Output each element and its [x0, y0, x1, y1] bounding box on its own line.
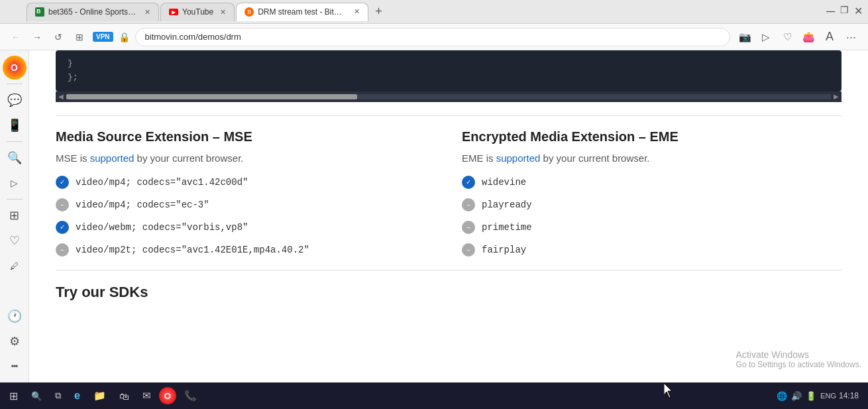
taskbar-time: 14:18: [839, 391, 864, 400]
sidebar-flow[interactable]: ▷: [3, 171, 27, 195]
sidebar-search[interactable]: 🔍: [3, 146, 27, 170]
bet365-favicon: B: [35, 7, 44, 17]
sidebar-whatsapp[interactable]: 📱: [3, 113, 27, 137]
sidebar-favorites[interactable]: ♡: [3, 229, 27, 253]
drm-3-status: –: [462, 243, 475, 257]
taskbar-phone[interactable]: 📞: [179, 385, 202, 406]
drm-item-2: – primetime: [462, 221, 841, 234]
scroll-track[interactable]: [66, 94, 831, 99]
taskbar-lang[interactable]: ENG: [820, 392, 836, 400]
taskbar-search[interactable]: 🔍: [26, 385, 47, 406]
taskbar-sys-icons: 🌐 🔊 🔋 ENG: [777, 391, 836, 401]
tab-youtube[interactable]: ▶ YouTube ✕: [160, 3, 235, 21]
taskbar-opera[interactable]: O: [159, 387, 176, 404]
mse-title: Media Source Extension – MSE: [56, 129, 435, 145]
reload-button[interactable]: ↺: [50, 29, 66, 45]
code-line-1: }: [68, 57, 830, 71]
codec-2-name: video/webm; codecs="vorbis,vp8": [76, 222, 248, 233]
wallet-icon[interactable]: 👛: [799, 28, 818, 46]
add-tab-button[interactable]: +: [370, 5, 388, 19]
codec-item-0: ✓ video/mp4; codecs="avc1.42c00d": [56, 176, 435, 189]
drm-0-status: ✓: [462, 176, 475, 189]
vpn-badge[interactable]: VPN: [93, 32, 113, 42]
drm-favicon: B: [244, 7, 254, 17]
minimize-button[interactable]: ─: [826, 5, 835, 19]
code-scrollbar[interactable]: ◀ ▶: [56, 91, 841, 102]
drm-3-name: fairplay: [482, 245, 526, 255]
tab-bet365-close[interactable]: ✕: [144, 8, 150, 17]
section-divider-2: [56, 270, 841, 270]
mse-supported-link[interactable]: supported: [90, 152, 135, 164]
tab-bar: B bet365 - Online Sports Betti... ✕ ▶ Yo…: [0, 0, 868, 24]
drm-0-name: widevine: [482, 177, 526, 188]
taskbar-explorer[interactable]: 📁: [88, 385, 111, 406]
codec-0-status: ✓: [56, 176, 69, 189]
address-bar: ← → ↺ ⊞ VPN 🔒 📷 ▷ ♡ 👛 A ⋯: [0, 24, 868, 50]
codec-item-2: ✓ video/webm; codecs="vorbis,vp8": [56, 221, 435, 234]
profile-icon[interactable]: A: [820, 28, 839, 46]
sidebar: O 💬 📱 🔍 ▷ ⊞ ♡ 🖊 🕐 ⚙ ••• +: [0, 50, 29, 409]
taskbar-battery-icon[interactable]: 🔋: [806, 391, 816, 401]
close-window-button[interactable]: ✕: [854, 5, 863, 19]
mse-desc-suffix: by your current browser.: [134, 152, 243, 164]
mse-desc-prefix: MSE is: [56, 152, 90, 164]
eme-title: Encrypted Media Extension – EME: [462, 129, 841, 145]
eme-drm-list: ✓ widevine – playready – primetime – fai…: [462, 176, 841, 257]
address-input[interactable]: [135, 28, 730, 46]
drm-1-status: –: [462, 198, 475, 211]
toolbar-icons: 📷 ▷ ♡ 👛 A ⋯: [735, 28, 860, 46]
scroll-left-arrow[interactable]: ◀: [56, 93, 66, 100]
scroll-right-arrow[interactable]: ▶: [831, 93, 841, 100]
sidebar-apps[interactable]: ⊞: [3, 204, 27, 227]
sidebar-more[interactable]: •••: [3, 355, 27, 379]
taskbar-taskview[interactable]: ⧉: [50, 385, 66, 406]
codec-3-name: video/mp2t; codecs="avc1.42E01E,mp4a.40.…: [76, 245, 309, 255]
mse-card: Media Source Extension – MSE MSE is supp…: [56, 129, 435, 257]
extension-grid: Media Source Extension – MSE MSE is supp…: [56, 129, 841, 257]
taskbar-mail[interactable]: ✉: [137, 385, 156, 406]
codec-item-3: – video/mp2t; codecs="avc1.42E01E,mp4a.4…: [56, 243, 435, 257]
try-sdks-heading: Try our SDKs: [56, 284, 841, 301]
codec-0-name: video/mp4; codecs="avc1.42c00d": [76, 177, 248, 188]
tab-bet365[interactable]: B bet365 - Online Sports Betti... ✕: [27, 3, 159, 21]
content-area[interactable]: } }; ◀ ▶ Media Source Extension – MSE MS…: [29, 50, 868, 409]
scroll-thumb[interactable]: [66, 94, 357, 99]
drm-2-status: –: [462, 221, 475, 234]
section-divider-1: [56, 115, 841, 116]
mse-support-text: MSE is supported by your current browser…: [56, 152, 435, 164]
sidebar-settings[interactable]: ⚙: [3, 329, 27, 353]
code-line-2: };: [68, 71, 830, 85]
sidebar-notifications[interactable]: 🖊: [3, 254, 27, 278]
sidebar-divider-1: [7, 84, 23, 84]
codec-1-name: video/mp4; codecs="ec-3": [76, 200, 209, 210]
taskbar: ⊞ 🔍 ⧉ e 📁 🛍 ✉ O 📞 🌐 🔊 🔋 ENG 14:18: [0, 382, 868, 409]
drm-item-1: – playready: [462, 198, 841, 211]
tab-youtube-close[interactable]: ✕: [220, 8, 226, 17]
sidebar-divider-3: [7, 199, 23, 200]
forward-button[interactable]: →: [29, 29, 45, 45]
back-button[interactable]: ←: [8, 29, 24, 45]
tab-drm-close[interactable]: ✕: [354, 7, 360, 16]
tab-grid-button[interactable]: ⊞: [72, 29, 87, 45]
settings-icon[interactable]: ⋯: [841, 28, 860, 46]
taskbar-edge[interactable]: e: [69, 385, 85, 406]
tab-drm[interactable]: B DRM stream test - Bitmovi... ✕: [236, 3, 368, 21]
sidebar-brand[interactable]: O: [3, 56, 27, 80]
play-icon[interactable]: ▷: [757, 28, 775, 46]
eme-card: Encrypted Media Extension – EME EME is s…: [462, 129, 841, 257]
browser-chrome: B bet365 - Online Sports Betti... ✕ ▶ Yo…: [0, 0, 868, 50]
start-button[interactable]: ⊞: [4, 385, 23, 406]
taskbar-store[interactable]: 🛍: [114, 385, 135, 406]
drm-2-name: primetime: [482, 222, 532, 233]
main-layout: O 💬 📱 🔍 ▷ ⊞ ♡ 🖊 🕐 ⚙ ••• + } }; ◀ ▶: [0, 50, 868, 409]
tab-drm-title: DRM stream test - Bitmovi...: [258, 7, 347, 17]
sidebar-messenger[interactable]: 💬: [3, 88, 27, 112]
taskbar-volume-icon[interactable]: 🔊: [791, 391, 802, 401]
taskbar-network-icon[interactable]: 🌐: [777, 391, 787, 401]
camera-icon[interactable]: 📷: [735, 28, 754, 46]
heart-icon[interactable]: ♡: [778, 28, 796, 46]
eme-supported-link[interactable]: supported: [496, 152, 541, 164]
restore-button[interactable]: ❐: [840, 5, 849, 19]
code-block: } };: [56, 50, 841, 91]
sidebar-history[interactable]: 🕐: [3, 304, 27, 328]
